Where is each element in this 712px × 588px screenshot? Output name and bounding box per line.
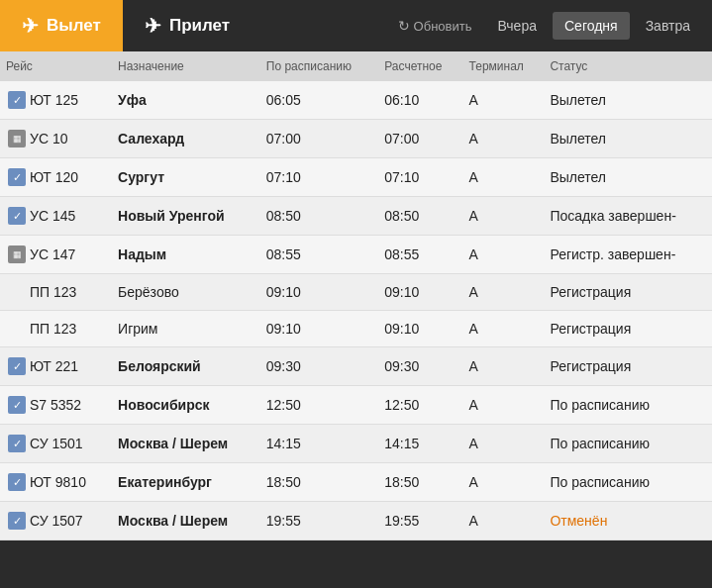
cell-flight: ✓ СУ 1501: [0, 425, 112, 463]
header: ✈ Вылет ✈ Прилет ↻ Обновить Вчера Сегодн…: [0, 0, 712, 51]
checkmark-icon: ✓: [8, 396, 26, 414]
checkmark-icon: ✓: [8, 357, 26, 375]
cell-scheduled: 08:50: [260, 197, 378, 236]
cell-terminal: А: [463, 197, 545, 236]
cell-destination: Салехард: [112, 120, 260, 158]
flight-number: ПП 123: [30, 284, 76, 300]
tomorrow-label: Завтра: [646, 18, 690, 34]
col-destination: Назначение: [112, 51, 260, 81]
cell-estimated: 19:55: [378, 502, 462, 540]
table-row: ✓ СУ 1507 Москва / Шерем 19:55 19:55 А О…: [0, 502, 712, 540]
checkmark-icon: ✓: [8, 435, 26, 452]
cell-terminal: А: [463, 120, 545, 158]
flight-number: ЮТ 221: [30, 358, 78, 374]
cell-status: Регистрация: [544, 347, 712, 386]
cell-status: По расписанию: [544, 463, 712, 502]
cell-status: Посадка завершен-: [544, 197, 712, 236]
refresh-button[interactable]: ↻ Обновить: [388, 12, 482, 40]
checkmark-icon: ✓: [8, 473, 26, 491]
cell-flight: ✓ ЮТ 125: [0, 81, 112, 120]
plane-arrival-icon: ✈: [145, 14, 161, 38]
table-row: ✓ ЮТ 221 Белоярский 09:30 09:30 А Регист…: [0, 347, 712, 386]
cell-flight: ✓ S7 5352: [0, 386, 112, 425]
cell-terminal: А: [463, 81, 545, 120]
checkmark-icon: ✓: [8, 207, 26, 225]
table-row: ✓ ЮТ 125 Уфа 06:05 06:10 А Вылетел: [0, 81, 712, 120]
cell-flight: ✓ ЮТ 221: [0, 347, 112, 386]
cell-status: По расписанию: [544, 386, 712, 425]
refresh-label: Обновить: [414, 19, 472, 34]
tab-arrival-label: Прилет: [169, 16, 230, 36]
cell-terminal: А: [463, 463, 545, 502]
refresh-icon: ↻: [398, 18, 410, 34]
cell-scheduled: 12:50: [260, 386, 378, 425]
cell-flight: ✓ СУ 1507: [0, 502, 112, 540]
flight-number: S7 5352: [30, 397, 81, 413]
flight-number: СУ 1501: [30, 436, 83, 451]
cell-destination: Новосибирск: [112, 386, 260, 425]
cell-status: Регистрация: [544, 311, 712, 347]
cell-destination: Екатеринбург: [112, 463, 260, 502]
cell-terminal: А: [463, 425, 545, 463]
col-status: Статус: [544, 51, 712, 81]
cell-scheduled: 14:15: [260, 425, 378, 463]
cell-terminal: А: [463, 158, 545, 197]
cell-flight: ✓ ЮТ 120: [0, 158, 112, 197]
cell-destination: Игрим: [112, 311, 260, 347]
cell-flight: ✓ ЮТ 9810: [0, 463, 112, 502]
flights-table: Рейс Назначение По расписанию Расчетное …: [0, 51, 712, 540]
tomorrow-button[interactable]: Завтра: [634, 12, 702, 40]
cell-estimated: 08:50: [378, 197, 462, 236]
cell-terminal: А: [463, 386, 545, 425]
flight-number: СУ 1507: [30, 513, 83, 529]
cell-flight: ПП 123: [0, 274, 112, 311]
checkmark-icon: ✓: [8, 512, 26, 530]
cell-terminal: А: [463, 274, 545, 311]
cell-scheduled: 18:50: [260, 463, 378, 502]
today-button[interactable]: Сегодня: [553, 12, 630, 40]
col-flight: Рейс: [0, 51, 112, 81]
cell-flight: ✓ УС 145: [0, 197, 112, 236]
grid-icon: ▦: [8, 130, 26, 147]
cell-terminal: А: [463, 502, 545, 540]
table-row: ✓ S7 5352 Новосибирск 12:50 12:50 А По р…: [0, 386, 712, 425]
cell-flight: ПП 123: [0, 311, 112, 347]
cell-estimated: 09:30: [378, 347, 462, 386]
cell-estimated: 14:15: [378, 425, 462, 463]
cell-status: Отменён: [544, 502, 712, 540]
cell-scheduled: 07:10: [260, 158, 378, 197]
flight-number: ЮТ 120: [30, 169, 78, 185]
cell-scheduled: 07:00: [260, 120, 378, 158]
cell-terminal: А: [463, 311, 545, 347]
col-estimated: Расчетное: [378, 51, 462, 81]
yesterday-button[interactable]: Вчера: [485, 12, 549, 40]
flight-number: УС 145: [30, 208, 75, 224]
grid-icon: ▦: [8, 245, 26, 263]
flight-number: ЮТ 125: [30, 92, 78, 108]
tab-departure-label: Вылет: [47, 16, 101, 36]
cell-destination: Берёзово: [112, 274, 260, 311]
cell-destination: Белоярский: [112, 347, 260, 386]
tab-arrival[interactable]: ✈ Прилет: [123, 0, 252, 51]
yesterday-label: Вчера: [497, 18, 537, 34]
cell-destination: Уфа: [112, 81, 260, 120]
table-row: ✓ ЮТ 120 Сургут 07:10 07:10 А Вылетел: [0, 158, 712, 197]
table-row: ▦ УС 10 Салехард 07:00 07:00 А Вылетел: [0, 120, 712, 158]
cell-scheduled: 08:55: [260, 236, 378, 274]
cell-estimated: 06:10: [378, 81, 462, 120]
cell-scheduled: 09:10: [260, 274, 378, 311]
today-label: Сегодня: [564, 18, 618, 34]
cell-status: По расписанию: [544, 425, 712, 463]
cell-estimated: 07:00: [378, 120, 462, 158]
cell-estimated: 09:10: [378, 311, 462, 347]
checkmark-icon: ✓: [8, 168, 26, 186]
cell-scheduled: 19:55: [260, 502, 378, 540]
table-row: ✓ ЮТ 9810 Екатеринбург 18:50 18:50 А По …: [0, 463, 712, 502]
flight-number: УС 147: [30, 246, 75, 262]
tab-departure[interactable]: ✈ Вылет: [0, 0, 123, 51]
flight-number: УС 10: [30, 131, 67, 147]
table-header-row: Рейс Назначение По расписанию Расчетное …: [0, 51, 712, 81]
cell-destination: Сургут: [112, 158, 260, 197]
cell-status: Вылетел: [544, 81, 712, 120]
cell-scheduled: 09:10: [260, 311, 378, 347]
